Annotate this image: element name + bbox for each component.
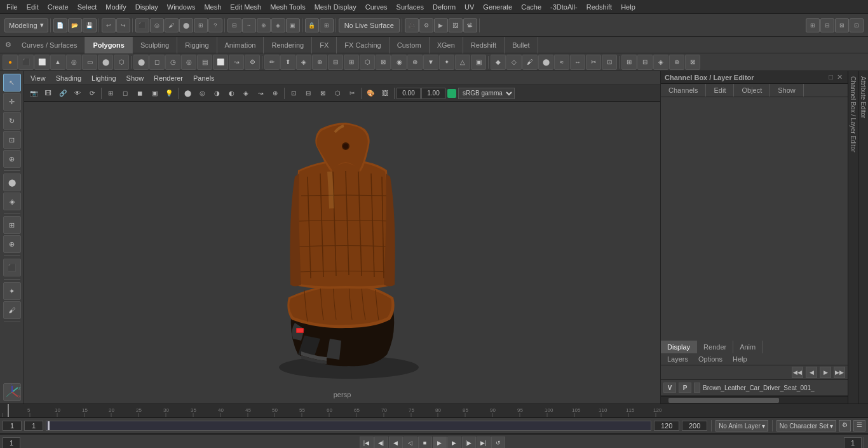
vp-select-icon[interactable]: ⟳ — [85, 86, 99, 100]
go-to-start-btn[interactable]: |◀ — [360, 437, 374, 449]
crease-btn[interactable]: ≈ — [554, 55, 569, 70]
proxy-btn[interactable]: ◇ — [506, 55, 522, 70]
vp-camera-icon[interactable]: 📷 — [27, 86, 41, 100]
step-back-btn[interactable]: ◀ — [389, 437, 403, 449]
menu-deform[interactable]: Deform — [429, 2, 459, 12]
select-all-btn[interactable]: ⊞ — [320, 18, 334, 32]
vp-menu-renderer[interactable]: Renderer — [150, 73, 187, 83]
layer-playback-btn[interactable]: P — [679, 383, 691, 393]
offset-btn[interactable]: ⊡ — [602, 55, 617, 70]
subd-btn[interactable]: ◆ — [491, 55, 506, 70]
vp-hud-icon[interactable]: ⊡ — [287, 86, 301, 100]
viewport-3d-content[interactable]: persp — [24, 102, 660, 404]
disc-icon-btn[interactable]: ⬤ — [98, 55, 113, 70]
show-tab[interactable]: Show — [770, 84, 804, 97]
vp-playblast-icon[interactable]: ⊟ — [301, 86, 315, 100]
lasso-btn[interactable]: ◎ — [150, 18, 164, 32]
play-back-btn[interactable]: ◁ — [403, 437, 417, 449]
tab-settings-icon[interactable]: ⚙ — [3, 39, 14, 51]
tab-custom[interactable]: Custom — [390, 37, 430, 53]
uv-editor-btn[interactable]: ◈ — [653, 55, 668, 70]
poly-plane-btn[interactable]: ▤ — [197, 55, 212, 70]
layer-prev-btn[interactable]: ◀◀ — [792, 367, 803, 378]
tab-rendering[interactable]: Rendering — [264, 37, 312, 53]
fill-hole-btn[interactable]: ◉ — [391, 55, 407, 70]
menu-mesh-tools[interactable]: Mesh Tools — [266, 2, 309, 12]
step-fwd-btn[interactable]: ▶ — [447, 437, 461, 449]
ipr-btn[interactable]: ▶ — [434, 18, 448, 32]
workspace-dropdown[interactable]: Modeling ▾ — [4, 18, 48, 32]
cylinder-icon-btn[interactable]: ⬜ — [34, 55, 50, 70]
vp-crease-icon[interactable]: ◎ — [195, 86, 209, 100]
anim-layer-dropdown[interactable]: No Anim Layer ▾ — [715, 420, 768, 431]
layer-back-btn[interactable]: ◀ — [806, 367, 817, 378]
render-btn[interactable]: 🎥 — [405, 18, 419, 32]
vp-menu-lighting[interactable]: Lighting — [88, 73, 120, 83]
tab-fx-caching[interactable]: FX Caching — [337, 37, 389, 53]
new-file-btn[interactable]: 📄 — [53, 18, 67, 32]
layout-btn2[interactable]: ⊟ — [820, 18, 834, 32]
help-btn[interactable]: ? — [208, 18, 222, 32]
go-to-end-btn[interactable]: ▶| — [477, 437, 491, 449]
vp-shadow-icon[interactable]: ◑ — [210, 86, 224, 100]
layer-color-swatch[interactable] — [694, 383, 700, 393]
redo-btn[interactable]: ↪ — [116, 18, 130, 32]
slide-btn[interactable]: ↔ — [570, 55, 585, 70]
help-menu[interactable]: Help — [729, 355, 751, 363]
bevel-btn[interactable]: ⬡ — [360, 55, 375, 70]
char-set-dropdown[interactable]: No Character Set ▾ — [776, 420, 836, 431]
sphere-icon-btn[interactable]: ● — [3, 55, 18, 70]
layout-btn3[interactable]: ⊠ — [835, 18, 849, 32]
snap-curve-btn[interactable]: ~ — [242, 18, 256, 32]
menu-file[interactable]: File — [3, 2, 22, 12]
poly-cyl-btn[interactable]: ◷ — [165, 55, 180, 70]
move-tool-btn[interactable]: ✛ — [3, 93, 21, 111]
poly-pipe-btn[interactable]: ⬜ — [213, 55, 228, 70]
tab-sculpting[interactable]: Sculpting — [133, 37, 177, 53]
render-region-btn[interactable]: ⬛ — [3, 259, 21, 276]
mirror-btn[interactable]: ⊟ — [328, 55, 343, 70]
cleanup-btn[interactable]: ✦ — [439, 55, 454, 70]
frame-current-field[interactable] — [24, 421, 43, 431]
cone-icon-btn[interactable]: ▲ — [50, 55, 65, 70]
scroll-thumb[interactable] — [668, 398, 779, 403]
bridge-btn[interactable]: ⊠ — [376, 55, 391, 70]
attribute-editor-side-label[interactable]: Attribute Editor — [858, 71, 868, 404]
poly-helix-btn[interactable]: ↝ — [229, 55, 244, 70]
snap-surface-btn[interactable]: ◈ — [271, 18, 285, 32]
platonic-icon-btn[interactable]: ⬡ — [114, 55, 129, 70]
vp-film-icon[interactable]: 🎞 — [41, 86, 55, 100]
plane-icon-btn[interactable]: ▭ — [82, 55, 97, 70]
step-fwd-key-btn[interactable]: |▶ — [462, 437, 476, 449]
menu-generate[interactable]: Generate — [479, 2, 516, 12]
live-surface-btn[interactable]: No Live Surface — [339, 18, 400, 32]
boolean-btn[interactable]: ⊕ — [312, 55, 327, 70]
current-frame-left[interactable] — [3, 437, 20, 449]
menu-mesh[interactable]: Mesh — [200, 2, 225, 12]
soft-mod-btn[interactable]: ⬤ — [538, 55, 553, 70]
vp-clr-icon[interactable]: 🎨 — [363, 86, 377, 100]
reduce-btn[interactable]: ▼ — [423, 55, 438, 70]
display-tab[interactable]: Display — [661, 341, 697, 353]
vp-menu-show[interactable]: Show — [123, 73, 148, 83]
tab-curves-surfaces[interactable]: Curves / Surfaces — [14, 37, 85, 53]
menu-edit[interactable]: Edit — [23, 2, 43, 12]
soft-select-btn[interactable]: ⬤ — [179, 18, 193, 32]
menu-mesh-display[interactable]: Mesh Display — [311, 2, 360, 12]
gamma-select[interactable]: sRGB gamma — [458, 88, 515, 99]
object-tab[interactable]: Object — [734, 84, 770, 97]
layer-visibility-btn[interactable]: V — [663, 383, 676, 393]
snap-to-grid-btn[interactable]: ⊞ — [3, 216, 21, 234]
extrude-btn[interactable]: ⬆ — [280, 55, 295, 70]
pen-tool-btn[interactable]: ✏ — [264, 55, 280, 70]
render-settings-btn[interactable]: ⚙ — [419, 18, 433, 32]
vp-img-plane-icon[interactable]: 🖼 — [378, 86, 392, 100]
lock-btn[interactable]: 🔒 — [305, 18, 319, 32]
layer-fwd-btn[interactable]: ▶ — [820, 367, 831, 378]
menu-uv[interactable]: UV — [461, 2, 478, 12]
vp-isolate-icon[interactable]: ⊠ — [316, 86, 330, 100]
poly-gear-btn[interactable]: ⚙ — [245, 55, 260, 70]
multi-cut-btn[interactable]: ✂ — [586, 55, 601, 70]
sym-btn[interactable]: ⊞ — [194, 18, 208, 32]
vp-sync-icon[interactable]: 🔗 — [56, 86, 70, 100]
